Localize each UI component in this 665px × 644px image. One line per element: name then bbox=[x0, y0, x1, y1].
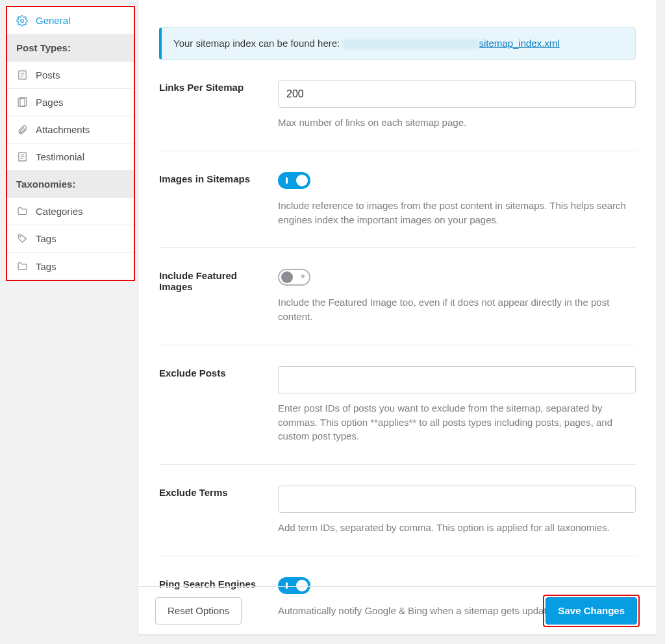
sidebar-item-label: Posts bbox=[36, 69, 60, 80]
field-help: Max number of links on each sitemap page… bbox=[278, 116, 636, 130]
field-images-in-sitemaps: Images in Sitemaps Include reference to … bbox=[159, 151, 636, 249]
sidebar-item-label: Categories bbox=[36, 206, 83, 217]
post-icon bbox=[16, 69, 28, 81]
gear-icon bbox=[16, 15, 28, 27]
field-label: Include Featured Images bbox=[159, 269, 278, 324]
svg-point-11 bbox=[19, 236, 20, 237]
save-button-highlight: Save Changes bbox=[543, 595, 640, 627]
sidebar-item-label: Tags bbox=[36, 233, 56, 244]
sitemap-index-link[interactable]: sitemap_index.xml bbox=[479, 38, 559, 49]
post-icon bbox=[16, 151, 28, 163]
field-label: Exclude Posts bbox=[159, 366, 278, 443]
folder-icon bbox=[16, 260, 28, 272]
page-icon bbox=[16, 97, 28, 108]
sidebar-item-tags[interactable]: Tags bbox=[7, 225, 134, 253]
attachment-icon bbox=[16, 124, 28, 136]
field-exclude-posts: Exclude Posts Enter post IDs of posts yo… bbox=[159, 345, 636, 465]
field-exclude-terms: Exclude Terms Add term IDs, separated by… bbox=[159, 465, 636, 556]
tag-icon bbox=[16, 233, 28, 245]
sidebar-item-general[interactable]: General bbox=[7, 7, 134, 34]
links-per-sitemap-input[interactable] bbox=[278, 80, 636, 108]
sidebar-item-testimonial[interactable]: Testimonial bbox=[7, 143, 134, 171]
reset-options-button[interactable]: Reset Options bbox=[155, 597, 242, 625]
field-help: Enter post IDs of posts you want to excl… bbox=[278, 401, 636, 443]
sidebar-item-categories[interactable]: Categories bbox=[7, 198, 134, 225]
sidebar-item-label: Tags bbox=[36, 261, 56, 272]
field-include-featured-images: Include Featured Images Include the Feat… bbox=[159, 248, 636, 345]
sidebar-item-label: Attachments bbox=[36, 124, 90, 135]
exclude-terms-input[interactable] bbox=[278, 486, 636, 513]
field-help: Include the Featured Image too, even if … bbox=[278, 295, 636, 324]
field-help: Add term IDs, separated by comma. This o… bbox=[278, 521, 636, 535]
sidebar-item-label: Pages bbox=[36, 97, 64, 108]
sidebar-item-attachments[interactable]: Attachments bbox=[7, 116, 134, 143]
notice-text: Your sitemap index can be found here: bbox=[173, 38, 340, 49]
exclude-posts-input[interactable] bbox=[278, 366, 636, 393]
panel-footer: Reset Options Save Changes bbox=[138, 586, 657, 634]
sidebar-group-post-types: Post Types: bbox=[7, 34, 134, 62]
sidebar-item-label: Testimonial bbox=[36, 151, 84, 162]
field-label: Links Per Sitemap bbox=[159, 80, 278, 130]
save-changes-button[interactable]: Save Changes bbox=[546, 597, 637, 625]
sidebar-item-posts[interactable]: Posts bbox=[7, 62, 134, 89]
field-help: Include reference to images from the pos… bbox=[278, 199, 636, 227]
settings-panel: Your sitemap index can be found here: si… bbox=[138, 0, 657, 635]
sidebar-item-tags-2[interactable]: Tags bbox=[7, 253, 134, 280]
sitemap-index-notice: Your sitemap index can be found here: si… bbox=[159, 27, 636, 60]
settings-sidebar: General Post Types: Posts Pages Attachme… bbox=[6, 6, 135, 281]
field-label: Exclude Terms bbox=[159, 486, 278, 535]
obscured-url bbox=[342, 39, 479, 49]
field-links-per-sitemap: Links Per Sitemap Max number of links on… bbox=[159, 60, 636, 151]
sidebar-group-taxonomies: Taxonomies: bbox=[7, 171, 134, 198]
folder-icon bbox=[16, 206, 28, 217]
svg-point-0 bbox=[21, 19, 24, 22]
include-featured-images-toggle[interactable] bbox=[278, 269, 310, 286]
sidebar-item-label: General bbox=[36, 15, 70, 26]
images-in-sitemaps-toggle[interactable] bbox=[278, 172, 310, 189]
field-label: Images in Sitemaps bbox=[159, 172, 278, 227]
sidebar-item-pages[interactable]: Pages bbox=[7, 89, 134, 116]
